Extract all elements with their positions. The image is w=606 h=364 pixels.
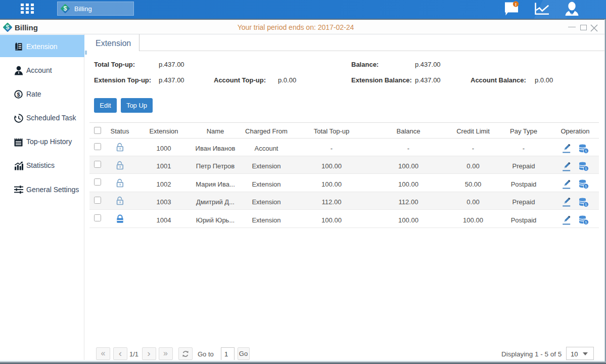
svg-text:$: $ (64, 5, 67, 12)
svg-text:!: ! (515, 2, 517, 7)
svg-text:$: $ (6, 24, 10, 31)
svg-text:$: $ (17, 92, 20, 98)
